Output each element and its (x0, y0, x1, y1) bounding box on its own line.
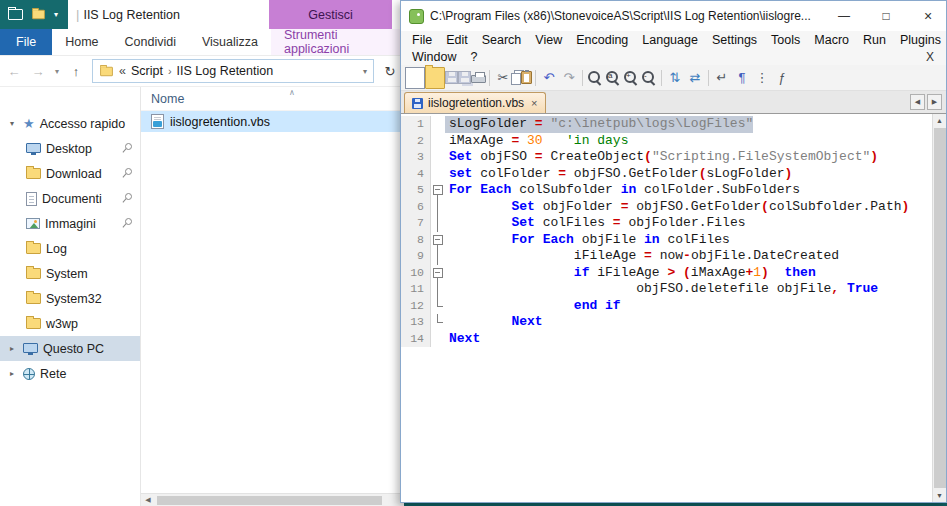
show-all-characters-icon[interactable]: ¶ (732, 67, 752, 89)
ribbon-tab-strumenti-applicazioni[interactable]: Strumenti applicazioni (271, 29, 404, 55)
code-text[interactable]: end if (445, 298, 621, 315)
qat-folder-icon[interactable] (32, 10, 45, 19)
scroll-left-icon[interactable]: ◀ (141, 496, 155, 504)
tab-close-icon[interactable]: × (531, 97, 537, 109)
sidebar-item-download[interactable]: Download (0, 161, 140, 186)
cut-icon[interactable]: ✂ (493, 67, 513, 89)
find-icon[interactable] (586, 69, 604, 87)
ribbon-tab-home[interactable]: Home (52, 29, 111, 55)
maximize-button[interactable]: □ (868, 1, 904, 31)
save-all-icon[interactable] (458, 71, 471, 84)
open-file-icon[interactable] (425, 67, 445, 89)
code-text[interactable]: objFSO.deletefile objFile, True (445, 281, 878, 298)
back-icon[interactable]: ← (3, 64, 25, 79)
code-text[interactable]: iMaxAge = 30 'in days (445, 133, 628, 150)
sidebar-item-log[interactable]: Log (0, 236, 140, 261)
code-text[interactable]: For Each objFile in colFiles (445, 232, 730, 249)
function-list-icon[interactable]: ƒ (772, 67, 792, 89)
zoom-out-icon[interactable]: - (640, 69, 658, 87)
forward-icon[interactable]: → (27, 64, 49, 79)
tab-scroll-left-icon[interactable]: ◀ (910, 94, 925, 110)
indent-guide-icon[interactable]: ⋮ (752, 67, 772, 89)
menu-macro[interactable]: Macro (807, 33, 856, 47)
undo-icon[interactable]: ↶ (539, 67, 559, 89)
menu-close-button[interactable]: X (926, 50, 946, 64)
scrollbar-thumb[interactable] (934, 128, 946, 488)
fold-collapse-icon[interactable] (431, 265, 445, 282)
menu-[interactable]: ? (463, 50, 484, 64)
sync-horizontal-icon[interactable]: ⇄ (685, 67, 705, 89)
code-text[interactable]: set colFolder = objFSO.GetFolder(sLogFol… (445, 166, 792, 183)
ribbon-tab-file[interactable]: File (0, 29, 52, 55)
scrollbar-thumb[interactable] (157, 496, 382, 505)
code-text[interactable]: iFileAge = now-objFile.DateCreated (445, 248, 839, 265)
fold-collapse-icon[interactable] (431, 182, 445, 199)
code-text[interactable]: Next (445, 314, 543, 331)
print-icon[interactable] (471, 75, 486, 83)
new-file-icon[interactable] (405, 67, 425, 89)
code-text[interactable]: Next (445, 331, 480, 348)
recent-locations-chevron-icon[interactable]: ▾ (51, 67, 63, 76)
zoom-in-icon[interactable]: + (622, 69, 640, 87)
close-button[interactable]: × (910, 1, 946, 31)
refresh-icon[interactable]: ↻ (379, 64, 401, 79)
menu-settings[interactable]: Settings (705, 33, 764, 47)
sidebar-item-system[interactable]: System (0, 261, 140, 286)
scroll-down-icon[interactable]: ▼ (936, 489, 943, 502)
code-area[interactable]: 1sLogFolder = "c:\inetpub\logs\LogFiles"… (401, 116, 932, 347)
copy-icon[interactable] (511, 73, 521, 85)
expander-icon[interactable]: ▸ (6, 344, 18, 353)
ribbon-tab-visualizza[interactable]: Visualizza (189, 29, 271, 55)
menu-view[interactable]: View (528, 33, 569, 47)
editor[interactable]: 1sLogFolder = "c:\inetpub\logs\LogFiles"… (401, 114, 946, 502)
replace-icon[interactable]: a (604, 69, 622, 87)
code-text[interactable]: sLogFolder = "c:\inetpub\logs\LogFiles" (445, 116, 753, 133)
menu-plugins[interactable]: Plugins (893, 33, 947, 47)
file-row-iislogretention-vbs[interactable]: iislogretention.vbs (141, 111, 404, 132)
qat-customize-chevron-icon[interactable]: ▾ (54, 10, 58, 19)
menu-run[interactable]: Run (856, 33, 893, 47)
menu-tools[interactable]: Tools (764, 33, 807, 47)
sidebar-item-w3wp[interactable]: w3wp (0, 311, 140, 336)
sidebar-item-immagini[interactable]: Immagini (0, 211, 140, 236)
code-text[interactable]: For Each colSubfolder in colFolder.SubFo… (445, 182, 800, 199)
expander-icon[interactable]: ▾ (6, 119, 18, 128)
ribbon-tab-condividi[interactable]: Condividi (112, 29, 189, 55)
expander-icon[interactable]: ▸ (6, 369, 18, 378)
save-icon[interactable] (445, 71, 458, 84)
breadcrumb-item-script[interactable]: Script (131, 64, 163, 78)
code-text[interactable]: if iFileAge > (iMaxAge+1) then (445, 265, 816, 282)
sync-vertical-icon[interactable]: ⇅ (665, 67, 685, 89)
sidebar-item-questo-pc[interactable]: ▸Questo PC (0, 336, 140, 361)
sidebar-item-accesso-rapido[interactable]: ▾★Accesso rapido (0, 111, 140, 136)
horizontal-scrollbar[interactable]: ◀ (141, 493, 404, 506)
menu-language[interactable]: Language (635, 33, 705, 47)
code-text[interactable]: Set objFolder = objFSO.GetFolder(colSubf… (445, 199, 909, 216)
breadcrumb-item-iis-log-retention[interactable]: IIS Log Retention (177, 64, 274, 78)
address-dropdown-icon[interactable]: ▾ (363, 67, 367, 76)
word-wrap-icon[interactable]: ↵ (712, 67, 732, 89)
minimize-button[interactable]: — (826, 1, 862, 31)
vertical-scrollbar[interactable]: ▲ ▼ (932, 114, 946, 502)
tab-scroll-right-icon[interactable]: ▶ (927, 94, 942, 110)
menu-file[interactable]: File (405, 33, 439, 47)
sidebar-item-desktop[interactable]: Desktop (0, 136, 140, 161)
address-field[interactable]: « Script›IIS Log Retention ▾ (92, 59, 374, 83)
menu-edit[interactable]: Edit (439, 33, 475, 47)
paste-icon[interactable] (521, 71, 532, 84)
tab-iislogretention-vbs[interactable]: iislogretention.vbs × (404, 92, 546, 113)
up-icon[interactable]: ↑ (65, 64, 87, 79)
menu-window[interactable]: Window (405, 50, 463, 64)
scroll-up-icon[interactable]: ▲ (936, 114, 943, 127)
code-text[interactable]: Set colFiles = objFolder.Files (445, 215, 746, 232)
sidebar-item-documenti[interactable]: Documenti (0, 186, 140, 211)
sidebar-item-system32[interactable]: System32 (0, 286, 140, 311)
column-header-name[interactable]: Nome (141, 92, 184, 106)
sidebar-item-rete[interactable]: ▸Rete (0, 361, 140, 386)
breadcrumb-overflow-icon[interactable]: « (119, 64, 126, 78)
fold-collapse-icon[interactable] (431, 232, 445, 249)
menu-search[interactable]: Search (475, 33, 529, 47)
redo-icon[interactable]: ↷ (559, 67, 579, 89)
code-text[interactable]: Set objFSO = CreateObject("Scripting.Fil… (445, 149, 878, 166)
menu-encoding[interactable]: Encoding (569, 33, 635, 47)
